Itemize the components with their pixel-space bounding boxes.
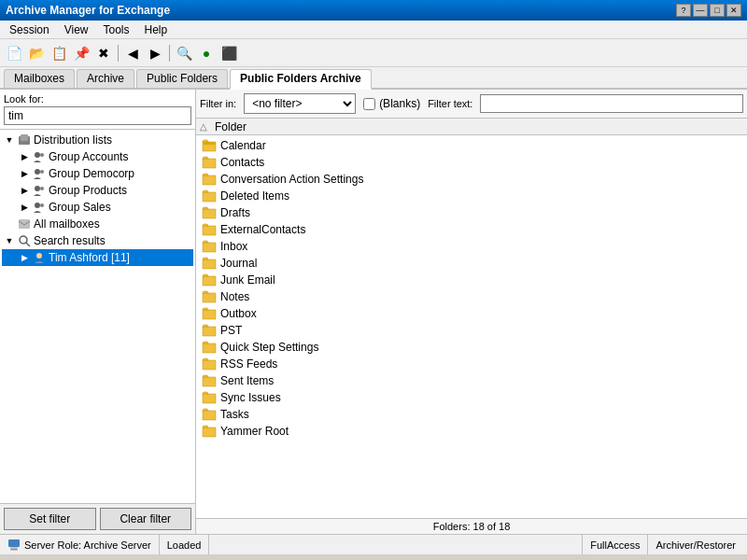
folder-item-deleted[interactable]: Deleted Items [198,188,745,204]
expander-tim-ashford[interactable]: ▶ [17,250,32,265]
toolbar-delete-btn[interactable]: ✖ [93,43,114,63]
sort-indicator[interactable]: △ [200,121,215,132]
folder-count-bar: Folders: 18 of 18 [196,518,747,534]
svg-rect-16 [11,549,17,550]
folder-item-rss[interactable]: RSS Feeds [198,356,745,372]
expander-distribution[interactable]: ▼ [2,133,17,147]
svg-point-7 [40,187,44,190]
folder-item-outbox[interactable]: Outbox [198,305,745,322]
folder-name-quickstep: Quick Step Settings [220,341,318,354]
status-access: FullAccess [583,535,648,554]
tree-item-distribution[interactable]: ▼ Distribution lists [2,132,193,148]
tree-label-group-accounts: Group Accounts [49,150,128,163]
tree-item-group-accounts[interactable]: ▶ Group Accounts [2,148,193,165]
folder-icon-notes [202,290,217,303]
look-for-section: Look for: [0,90,195,130]
folder-icon-quickstep [202,341,217,354]
toolbar-new-btn[interactable]: 📄 [4,43,24,63]
blanks-label: (Blanks) [379,97,420,110]
toolbar-search-btn[interactable]: 🔍 [174,43,194,63]
maximize-button[interactable]: □ [710,4,725,17]
folder-item-inbox[interactable]: Inbox [198,238,745,255]
toolbar-stop-btn[interactable]: ⬛ [218,43,239,63]
folder-name-deleted: Deleted Items [220,189,289,203]
blanks-checkbox[interactable] [363,98,375,110]
tree-item-group-democorp[interactable]: ▶ Group Democorp [2,165,193,182]
tree-item-tim-ashford[interactable]: ▶ Tim Ashford [11] [2,249,193,266]
folder-icon-conversation [202,173,217,186]
toolbar-refresh-btn[interactable]: ● [196,43,217,63]
folder-item-external[interactable]: ExternalContacts [198,221,745,238]
svg-point-8 [35,203,40,208]
menu-session[interactable]: Session [2,21,57,37]
minimize-button[interactable]: — [693,4,708,17]
group-democorp-icon [32,166,47,181]
blanks-checkbox-container: (Blanks) [363,97,420,110]
clear-filter-button[interactable]: Clear filter [100,508,192,530]
folder-item-pst[interactable]: PST [198,322,745,339]
folder-icon-inbox [202,240,217,253]
close-button[interactable]: ✕ [726,4,741,17]
folder-list-header: △ Folder [196,119,747,135]
tree-item-group-sales[interactable]: ▶ Group Sales [2,199,193,216]
folder-item-sent[interactable]: Sent Items [198,372,745,389]
folder-item-calendar[interactable]: Calendar [198,137,745,154]
toolbar-open-btn[interactable]: 📂 [26,43,47,63]
toolbar-back-btn[interactable]: ◀ [122,43,143,63]
folder-item-notes[interactable]: Notes [198,288,745,305]
status-role: Archiver/Restorer [648,535,743,554]
tabs: Mailboxes Archive Public Folders Public … [0,67,747,90]
folder-icon-rss [202,357,217,371]
expander-group-democorp[interactable]: ▶ [17,166,32,181]
folder-item-drafts[interactable]: Drafts [198,204,745,221]
folder-icon-outbox [202,307,217,320]
expander-all-mailboxes [2,217,17,231]
toolbar-copy-btn[interactable]: 📋 [49,43,69,63]
expander-group-sales[interactable]: ▶ [17,200,32,215]
folder-item-junk[interactable]: Junk Email [198,272,745,288]
svg-point-9 [40,203,44,207]
folder-item-contacts[interactable]: Contacts [198,154,745,171]
toolbar-paste-btn[interactable]: 📌 [71,43,92,63]
folder-icon-yammer [202,425,217,438]
folder-name-notes: Notes [220,290,249,303]
svg-rect-14 [8,539,20,547]
menu-tools[interactable]: Tools [96,21,137,37]
menu-view[interactable]: View [57,21,96,37]
tree-item-all-mailboxes[interactable]: All mailboxes [2,216,193,232]
tree-item-search-results[interactable]: ▼ Search results [2,232,193,249]
folder-item-quickstep[interactable]: Quick Step Settings [198,339,745,356]
filter-text-input[interactable] [480,94,743,113]
tab-archive[interactable]: Archive [77,69,134,88]
expander-search-results[interactable]: ▼ [2,233,17,248]
svg-line-12 [26,243,30,246]
expander-group-products[interactable]: ▶ [17,183,32,198]
tree-label-search-results: Search results [34,234,106,247]
expander-group-accounts[interactable]: ▶ [17,149,32,164]
folder-item-journal[interactable]: Journal [198,255,745,272]
folder-item-yammer[interactable]: Yammer Root [198,423,745,440]
tab-public-folders[interactable]: Public Folders [136,69,228,88]
folder-icon-calendar [202,139,217,152]
svg-rect-1 [21,134,28,141]
look-for-input[interactable] [4,106,191,125]
title-bar-buttons[interactable]: ? — □ ✕ [676,4,741,17]
menu-help[interactable]: Help [137,21,176,37]
folder-item-tasks[interactable]: Tasks [198,406,745,423]
folder-icon-sent [202,374,217,387]
folder-icon-sync [202,391,217,404]
tree-item-group-products[interactable]: ▶ Group Products [2,182,193,199]
toolbar-forward-btn[interactable]: ▶ [145,43,165,63]
folder-name-yammer: Yammer Root [220,425,289,438]
filter-bar: Filter in: <no filter> Folder Subject Fr… [196,90,747,119]
set-filter-button[interactable]: Set filter [4,508,96,530]
filter-in-select[interactable]: <no filter> Folder Subject From To [244,93,356,114]
status-role-text: Archiver/Restorer [655,539,736,551]
folder-item-sync[interactable]: Sync Issues [198,389,745,406]
folder-item-conversation[interactable]: Conversation Action Settings [198,171,745,188]
help-button[interactable]: ? [676,4,691,17]
tab-mailboxes[interactable]: Mailboxes [4,69,75,88]
tab-public-folders-archive[interactable]: Public Folders Archive [230,69,372,90]
folder-icon-external [202,223,217,236]
search-results-icon [17,233,32,248]
